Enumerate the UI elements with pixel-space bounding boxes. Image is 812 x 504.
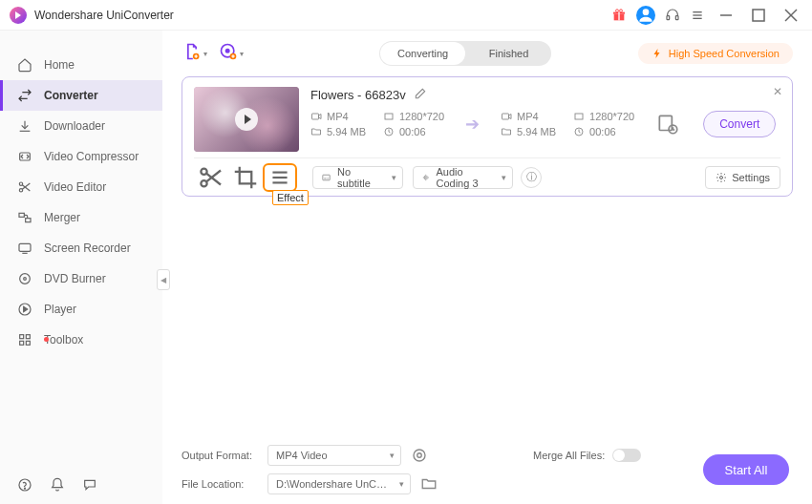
recorder-icon bbox=[17, 241, 32, 256]
svg-rect-33 bbox=[26, 335, 30, 339]
effect-tooltip: Effect bbox=[272, 190, 309, 205]
sidebar-item-merger[interactable]: Merger bbox=[0, 202, 162, 233]
format-settings-icon[interactable] bbox=[411, 447, 428, 464]
help-icon[interactable] bbox=[17, 477, 32, 493]
start-all-button[interactable]: Start All bbox=[703, 454, 789, 485]
compressor-icon bbox=[17, 149, 32, 164]
convert-button[interactable]: Convert bbox=[703, 111, 776, 137]
source-size: 5.94 MB bbox=[310, 126, 370, 137]
output-settings-button[interactable] bbox=[655, 112, 680, 136]
sidebar-item-converter[interactable]: Converter bbox=[0, 80, 162, 111]
video-icon bbox=[501, 111, 512, 122]
clock-icon bbox=[383, 126, 395, 137]
trim-button[interactable] bbox=[194, 163, 228, 192]
subtitle-icon bbox=[321, 172, 331, 183]
bolt-icon bbox=[652, 48, 663, 59]
minimize-button[interactable] bbox=[715, 4, 737, 27]
svg-point-20 bbox=[19, 182, 22, 185]
sidebar-item-label: DVD Burner bbox=[44, 272, 106, 285]
subtitle-select[interactable]: No subtitle bbox=[312, 166, 403, 189]
target-size: 5.94 MB bbox=[501, 126, 560, 137]
maximize-button[interactable] bbox=[747, 4, 770, 27]
sidebar-item-player[interactable]: Player bbox=[0, 294, 162, 325]
video-thumbnail[interactable] bbox=[194, 87, 299, 152]
task-close-button[interactable]: ✕ bbox=[773, 85, 782, 98]
resolution-icon bbox=[383, 111, 395, 122]
file-plus-icon bbox=[182, 42, 202, 66]
open-folder-icon[interactable] bbox=[420, 475, 438, 493]
arrow-right-icon: ➔ bbox=[465, 114, 480, 135]
play-icon bbox=[235, 108, 258, 131]
output-format-select[interactable]: MP4 Video bbox=[267, 445, 401, 466]
sidebar-item-label: Converter bbox=[44, 89, 98, 102]
svg-point-71 bbox=[720, 176, 723, 178]
add-file-button[interactable]: ▾ bbox=[182, 40, 208, 67]
svg-point-3 bbox=[616, 9, 619, 11]
gift-icon[interactable] bbox=[611, 8, 627, 23]
resolution-icon bbox=[573, 111, 585, 122]
task-card: ✕ Flowers - 66823v MP4 5.94 MB 1280*720 bbox=[182, 76, 793, 197]
sidebar-item-compressor[interactable]: Video Compressor bbox=[0, 141, 162, 172]
sidebar-item-label: Video Editor bbox=[44, 180, 106, 194]
chevron-down-icon: ▾ bbox=[203, 50, 207, 58]
user-avatar[interactable] bbox=[636, 6, 655, 25]
sidebar-item-downloader[interactable]: Downloader bbox=[0, 111, 162, 141]
edit-name-button[interactable] bbox=[414, 87, 427, 103]
svg-point-28 bbox=[20, 274, 31, 284]
chevron-down-icon: ▾ bbox=[240, 50, 244, 58]
sidebar-item-editor[interactable]: Video Editor bbox=[0, 172, 162, 202]
bell-icon[interactable] bbox=[50, 477, 65, 493]
svg-rect-50 bbox=[502, 114, 509, 119]
svg-rect-52 bbox=[575, 114, 583, 119]
svg-rect-46 bbox=[312, 114, 319, 119]
svg-rect-25 bbox=[26, 219, 31, 222]
file-location-label: File Location: bbox=[182, 478, 258, 490]
target-resolution: 1280*720 bbox=[573, 111, 634, 122]
svg-rect-26 bbox=[19, 243, 31, 251]
svg-point-57 bbox=[201, 180, 206, 186]
settings-button[interactable]: Settings bbox=[705, 166, 780, 189]
tabs: Converting Finished bbox=[379, 41, 551, 66]
sidebar-item-dvd[interactable]: DVD Burner bbox=[0, 263, 162, 294]
svg-point-4 bbox=[620, 9, 623, 11]
high-speed-toggle[interactable]: High Speed Conversion bbox=[638, 43, 793, 64]
menu-icon[interactable] bbox=[690, 8, 705, 23]
crop-button[interactable] bbox=[228, 163, 263, 192]
headset-icon[interactable] bbox=[665, 8, 680, 23]
app-title: Wondershare UniConverter bbox=[34, 9, 174, 22]
merge-label: Merge All Files: bbox=[533, 450, 605, 461]
toolbox-icon bbox=[17, 332, 32, 347]
footer: Output Format: MP4 Video Merge All Files… bbox=[162, 435, 812, 504]
close-button[interactable] bbox=[780, 4, 802, 27]
folder-icon bbox=[310, 126, 322, 137]
source-duration: 00:06 bbox=[383, 126, 444, 137]
svg-rect-54 bbox=[660, 116, 673, 130]
svg-marker-31 bbox=[24, 306, 28, 311]
svg-point-29 bbox=[24, 278, 27, 281]
file-location-select[interactable]: D:\Wondershare UnConverter 1 bbox=[267, 473, 411, 494]
sidebar-item-toolbox[interactable]: Toolbox bbox=[0, 325, 162, 355]
effect-button[interactable]: Effect bbox=[263, 163, 297, 192]
svg-point-56 bbox=[201, 168, 206, 174]
tab-converting[interactable]: Converting bbox=[380, 42, 465, 65]
svg-point-42 bbox=[226, 49, 229, 52]
svg-rect-12 bbox=[753, 10, 764, 21]
audio-select[interactable]: Audio Coding 3 bbox=[413, 166, 513, 189]
dvd-plus-icon bbox=[219, 42, 238, 66]
svg-rect-34 bbox=[20, 341, 24, 345]
feedback-icon[interactable] bbox=[82, 477, 97, 493]
sidebar-item-label: Screen Recorder bbox=[44, 242, 131, 255]
svg-rect-63 bbox=[323, 175, 330, 180]
merger-icon bbox=[17, 210, 32, 225]
merge-toggle[interactable] bbox=[612, 449, 641, 462]
tab-finished[interactable]: Finished bbox=[466, 41, 551, 66]
scissors-icon bbox=[17, 179, 32, 195]
info-button[interactable]: ⓘ bbox=[521, 167, 542, 188]
sidebar-item-recorder[interactable]: Screen Recorder bbox=[0, 233, 162, 263]
add-dvd-button[interactable]: ▾ bbox=[218, 40, 245, 67]
svg-rect-35 bbox=[26, 341, 30, 345]
clock-icon bbox=[573, 126, 585, 137]
sidebar-collapse-button[interactable]: ◀ bbox=[157, 269, 170, 290]
sidebar-item-home[interactable]: Home bbox=[0, 50, 162, 80]
svg-point-37 bbox=[24, 488, 25, 489]
